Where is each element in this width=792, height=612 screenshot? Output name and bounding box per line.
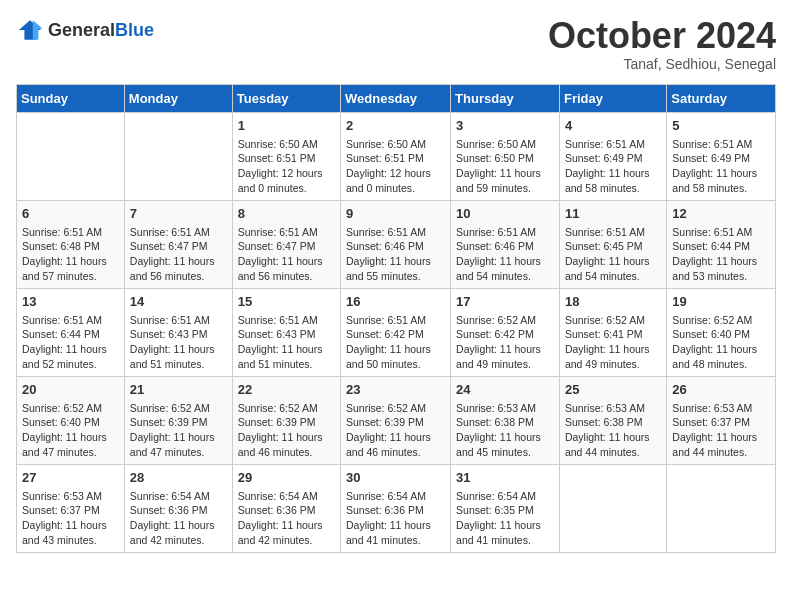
- day-info: Sunrise: 6:51 AM Sunset: 6:49 PM Dayligh…: [672, 137, 770, 196]
- week-row-5: 27Sunrise: 6:53 AM Sunset: 6:37 PM Dayli…: [17, 464, 776, 552]
- week-row-1: 1Sunrise: 6:50 AM Sunset: 6:51 PM Daylig…: [17, 112, 776, 200]
- calendar-cell: [559, 464, 666, 552]
- day-info: Sunrise: 6:51 AM Sunset: 6:49 PM Dayligh…: [565, 137, 661, 196]
- day-info: Sunrise: 6:52 AM Sunset: 6:40 PM Dayligh…: [672, 313, 770, 372]
- week-row-2: 6Sunrise: 6:51 AM Sunset: 6:48 PM Daylig…: [17, 200, 776, 288]
- calendar-cell: [17, 112, 125, 200]
- calendar-cell: 20Sunrise: 6:52 AM Sunset: 6:40 PM Dayli…: [17, 376, 125, 464]
- calendar-cell: 29Sunrise: 6:54 AM Sunset: 6:36 PM Dayli…: [232, 464, 340, 552]
- location: Tanaf, Sedhiou, Senegal: [548, 56, 776, 72]
- day-number: 4: [565, 117, 661, 135]
- calendar-cell: 19Sunrise: 6:52 AM Sunset: 6:40 PM Dayli…: [667, 288, 776, 376]
- title-section: October 2024 Tanaf, Sedhiou, Senegal: [548, 16, 776, 72]
- day-info: Sunrise: 6:51 AM Sunset: 6:47 PM Dayligh…: [130, 225, 227, 284]
- day-number: 15: [238, 293, 335, 311]
- day-info: Sunrise: 6:54 AM Sunset: 6:36 PM Dayligh…: [238, 489, 335, 548]
- day-info: Sunrise: 6:53 AM Sunset: 6:38 PM Dayligh…: [456, 401, 554, 460]
- day-info: Sunrise: 6:53 AM Sunset: 6:37 PM Dayligh…: [22, 489, 119, 548]
- month-title: October 2024: [548, 16, 776, 56]
- day-info: Sunrise: 6:54 AM Sunset: 6:35 PM Dayligh…: [456, 489, 554, 548]
- calendar-cell: 15Sunrise: 6:51 AM Sunset: 6:43 PM Dayli…: [232, 288, 340, 376]
- day-number: 11: [565, 205, 661, 223]
- day-info: Sunrise: 6:52 AM Sunset: 6:39 PM Dayligh…: [346, 401, 445, 460]
- day-number: 18: [565, 293, 661, 311]
- calendar-cell: 8Sunrise: 6:51 AM Sunset: 6:47 PM Daylig…: [232, 200, 340, 288]
- day-info: Sunrise: 6:50 AM Sunset: 6:51 PM Dayligh…: [238, 137, 335, 196]
- calendar-cell: 22Sunrise: 6:52 AM Sunset: 6:39 PM Dayli…: [232, 376, 340, 464]
- calendar-cell: 10Sunrise: 6:51 AM Sunset: 6:46 PM Dayli…: [451, 200, 560, 288]
- day-number: 10: [456, 205, 554, 223]
- day-info: Sunrise: 6:52 AM Sunset: 6:40 PM Dayligh…: [22, 401, 119, 460]
- logo: General Blue: [16, 16, 154, 44]
- calendar-cell: 31Sunrise: 6:54 AM Sunset: 6:35 PM Dayli…: [451, 464, 560, 552]
- day-info: Sunrise: 6:53 AM Sunset: 6:38 PM Dayligh…: [565, 401, 661, 460]
- day-number: 13: [22, 293, 119, 311]
- day-info: Sunrise: 6:53 AM Sunset: 6:37 PM Dayligh…: [672, 401, 770, 460]
- logo-icon: [16, 16, 44, 44]
- day-info: Sunrise: 6:54 AM Sunset: 6:36 PM Dayligh…: [130, 489, 227, 548]
- calendar-cell: 1Sunrise: 6:50 AM Sunset: 6:51 PM Daylig…: [232, 112, 340, 200]
- calendar-table: SundayMondayTuesdayWednesdayThursdayFrid…: [16, 84, 776, 553]
- calendar-cell: 12Sunrise: 6:51 AM Sunset: 6:44 PM Dayli…: [667, 200, 776, 288]
- weekday-header-sunday: Sunday: [17, 84, 125, 112]
- day-number: 23: [346, 381, 445, 399]
- calendar-cell: 4Sunrise: 6:51 AM Sunset: 6:49 PM Daylig…: [559, 112, 666, 200]
- weekday-header-thursday: Thursday: [451, 84, 560, 112]
- day-number: 27: [22, 469, 119, 487]
- calendar-cell: 18Sunrise: 6:52 AM Sunset: 6:41 PM Dayli…: [559, 288, 666, 376]
- week-row-3: 13Sunrise: 6:51 AM Sunset: 6:44 PM Dayli…: [17, 288, 776, 376]
- day-number: 6: [22, 205, 119, 223]
- calendar-cell: [124, 112, 232, 200]
- day-info: Sunrise: 6:54 AM Sunset: 6:36 PM Dayligh…: [346, 489, 445, 548]
- calendar-cell: 9Sunrise: 6:51 AM Sunset: 6:46 PM Daylig…: [341, 200, 451, 288]
- day-number: 19: [672, 293, 770, 311]
- day-number: 28: [130, 469, 227, 487]
- day-number: 24: [456, 381, 554, 399]
- day-info: Sunrise: 6:51 AM Sunset: 6:44 PM Dayligh…: [22, 313, 119, 372]
- day-number: 30: [346, 469, 445, 487]
- calendar-cell: 21Sunrise: 6:52 AM Sunset: 6:39 PM Dayli…: [124, 376, 232, 464]
- logo-text-general: General: [48, 21, 115, 39]
- day-number: 12: [672, 205, 770, 223]
- day-info: Sunrise: 6:51 AM Sunset: 6:43 PM Dayligh…: [130, 313, 227, 372]
- weekday-header-friday: Friday: [559, 84, 666, 112]
- calendar-cell: 16Sunrise: 6:51 AM Sunset: 6:42 PM Dayli…: [341, 288, 451, 376]
- calendar-cell: 27Sunrise: 6:53 AM Sunset: 6:37 PM Dayli…: [17, 464, 125, 552]
- calendar-cell: 5Sunrise: 6:51 AM Sunset: 6:49 PM Daylig…: [667, 112, 776, 200]
- day-info: Sunrise: 6:52 AM Sunset: 6:41 PM Dayligh…: [565, 313, 661, 372]
- logo-text-blue: Blue: [115, 21, 154, 39]
- day-number: 22: [238, 381, 335, 399]
- day-info: Sunrise: 6:51 AM Sunset: 6:46 PM Dayligh…: [346, 225, 445, 284]
- day-number: 9: [346, 205, 445, 223]
- calendar-cell: 3Sunrise: 6:50 AM Sunset: 6:50 PM Daylig…: [451, 112, 560, 200]
- calendar-cell: 23Sunrise: 6:52 AM Sunset: 6:39 PM Dayli…: [341, 376, 451, 464]
- day-number: 5: [672, 117, 770, 135]
- day-number: 17: [456, 293, 554, 311]
- calendar-cell: 2Sunrise: 6:50 AM Sunset: 6:51 PM Daylig…: [341, 112, 451, 200]
- day-number: 20: [22, 381, 119, 399]
- calendar-cell: 28Sunrise: 6:54 AM Sunset: 6:36 PM Dayli…: [124, 464, 232, 552]
- day-number: 25: [565, 381, 661, 399]
- calendar-cell: 7Sunrise: 6:51 AM Sunset: 6:47 PM Daylig…: [124, 200, 232, 288]
- weekday-header-tuesday: Tuesday: [232, 84, 340, 112]
- day-number: 31: [456, 469, 554, 487]
- calendar-cell: 17Sunrise: 6:52 AM Sunset: 6:42 PM Dayli…: [451, 288, 560, 376]
- day-info: Sunrise: 6:51 AM Sunset: 6:43 PM Dayligh…: [238, 313, 335, 372]
- calendar-cell: 11Sunrise: 6:51 AM Sunset: 6:45 PM Dayli…: [559, 200, 666, 288]
- day-info: Sunrise: 6:50 AM Sunset: 6:51 PM Dayligh…: [346, 137, 445, 196]
- calendar-cell: 6Sunrise: 6:51 AM Sunset: 6:48 PM Daylig…: [17, 200, 125, 288]
- calendar-cell: 30Sunrise: 6:54 AM Sunset: 6:36 PM Dayli…: [341, 464, 451, 552]
- calendar-cell: [667, 464, 776, 552]
- day-info: Sunrise: 6:52 AM Sunset: 6:39 PM Dayligh…: [130, 401, 227, 460]
- calendar-cell: 14Sunrise: 6:51 AM Sunset: 6:43 PM Dayli…: [124, 288, 232, 376]
- week-row-4: 20Sunrise: 6:52 AM Sunset: 6:40 PM Dayli…: [17, 376, 776, 464]
- day-info: Sunrise: 6:52 AM Sunset: 6:42 PM Dayligh…: [456, 313, 554, 372]
- calendar-cell: 13Sunrise: 6:51 AM Sunset: 6:44 PM Dayli…: [17, 288, 125, 376]
- page-header: General Blue October 2024 Tanaf, Sedhiou…: [16, 16, 776, 72]
- day-number: 2: [346, 117, 445, 135]
- day-info: Sunrise: 6:51 AM Sunset: 6:47 PM Dayligh…: [238, 225, 335, 284]
- day-info: Sunrise: 6:51 AM Sunset: 6:42 PM Dayligh…: [346, 313, 445, 372]
- weekday-header-monday: Monday: [124, 84, 232, 112]
- calendar-cell: 25Sunrise: 6:53 AM Sunset: 6:38 PM Dayli…: [559, 376, 666, 464]
- day-number: 29: [238, 469, 335, 487]
